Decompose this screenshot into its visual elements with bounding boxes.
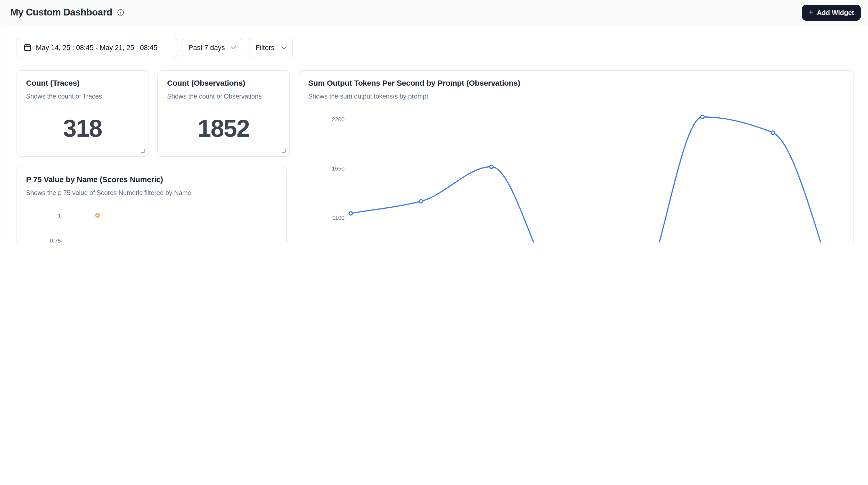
widget-p75-scores: P 75 Value by Name (Scores Numeric) Show… bbox=[16, 166, 286, 243]
chevron-down-icon bbox=[281, 44, 286, 49]
filters-dropdown[interactable]: Filters bbox=[248, 38, 293, 57]
resize-handle-icon[interactable] bbox=[141, 149, 145, 153]
filters-label: Filters bbox=[255, 43, 275, 51]
y-axis-tick-label: 1100 bbox=[332, 215, 344, 221]
add-widget-label: Add Widget bbox=[817, 9, 854, 17]
add-widget-button[interactable]: + Add Widget bbox=[802, 5, 861, 21]
resize-handle-icon[interactable] bbox=[282, 149, 286, 153]
date-range-value: May 14, 25 : 08:45 - May 21, 25 : 08:45 bbox=[36, 43, 157, 51]
data-point-marker bbox=[490, 165, 493, 169]
y-axis-tick-label: 1 bbox=[58, 212, 61, 218]
p75-line-chart[interactable]: 00.250.50.7515/17/25, 02:00 AM5/21/25, 0… bbox=[17, 167, 286, 243]
date-range-picker[interactable]: May 14, 25 : 08:45 - May 21, 25 : 08:45 bbox=[16, 38, 177, 57]
metric-value: 1852 bbox=[158, 114, 289, 143]
range-preset-dropdown[interactable]: Past 7 days bbox=[181, 38, 242, 57]
calendar-icon bbox=[24, 43, 31, 52]
data-point-marker bbox=[419, 200, 423, 203]
widget-count-traces: Count (Traces) Shows the count of Traces… bbox=[16, 70, 149, 157]
y-axis-tick-label: 0.75 bbox=[50, 237, 61, 243]
widget-title: Count (Observations) bbox=[167, 79, 245, 87]
chevron-down-icon bbox=[230, 44, 236, 49]
widget-subtitle: Shows the count of Observations bbox=[167, 93, 262, 100]
range-preset-value: Past 7 days bbox=[188, 43, 225, 51]
widget-count-observations: Count (Observations) Shows the count of … bbox=[157, 70, 290, 157]
data-point-marker bbox=[771, 131, 774, 134]
widget-subtitle: Shows the count of Traces bbox=[26, 93, 102, 100]
info-icon[interactable] bbox=[117, 9, 124, 16]
y-axis-tick-label: 2200 bbox=[332, 116, 344, 123]
data-point-marker bbox=[95, 213, 99, 217]
plus-icon: + bbox=[808, 8, 813, 17]
widget-tokens-by-prompt: Sum Output Tokens Per Second by Prompt (… bbox=[298, 70, 854, 243]
data-point-marker bbox=[701, 115, 704, 119]
data-point-marker bbox=[349, 212, 352, 215]
series-line-blue-prompt bbox=[350, 117, 843, 243]
content-left-divider bbox=[3, 25, 3, 243]
dashboard-page: My Custom Dashboard + Add Widget May 14,… bbox=[0, 0, 868, 243]
page-title: My Custom Dashboard bbox=[10, 7, 112, 18]
metric-value: 318 bbox=[17, 114, 148, 143]
y-axis-tick-label: 1650 bbox=[332, 165, 344, 172]
widget-title: Count (Traces) bbox=[26, 79, 80, 87]
tokens-line-chart[interactable]: 05501100165022005/15/25, 02:00 AM5/17/25… bbox=[299, 71, 853, 243]
top-bar: My Custom Dashboard + Add Widget bbox=[0, 0, 868, 25]
